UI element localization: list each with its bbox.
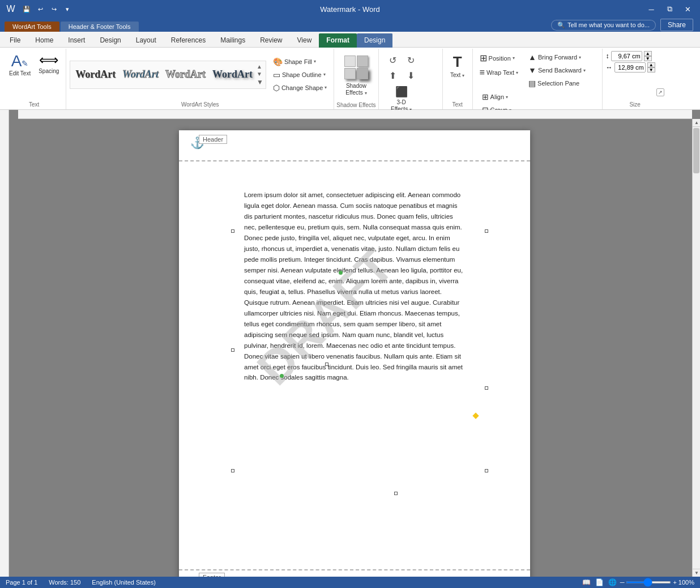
- scroll-up-button[interactable]: ▲: [693, 119, 700, 127]
- size-dialog-launcher[interactable]: ↗: [656, 88, 664, 96]
- gallery-up-icon[interactable]: ▲: [257, 63, 263, 70]
- gallery-arrows[interactable]: ▲ ▼ ▼: [257, 63, 263, 86]
- width-spin[interactable]: ▲ ▼: [647, 62, 655, 73]
- align-arrow[interactable]: ▾: [506, 95, 508, 100]
- width-input-row: ↔ ▲ ▼: [606, 62, 655, 73]
- scroll-thumb[interactable]: [693, 128, 699, 173]
- selection-handle-bl[interactable]: [231, 469, 234, 472]
- bring-forward-arrow[interactable]: ▾: [579, 55, 581, 60]
- restore-btn[interactable]: ⧉: [661, 1, 677, 17]
- bring-forward-label: Bring Forward: [538, 54, 577, 61]
- close-btn[interactable]: ✕: [680, 1, 695, 17]
- text-direction-button[interactable]: T Text ▾: [446, 51, 469, 81]
- 3d-tilt-up-button[interactable]: ⬆: [385, 69, 402, 83]
- selection-handle-br[interactable]: [485, 469, 488, 472]
- width-up-btn[interactable]: ▲: [647, 62, 655, 67]
- selection-handle-tm[interactable]: [325, 363, 328, 366]
- undo-btn[interactable]: ↩: [34, 3, 46, 15]
- change-shape-button[interactable]: ⬡ Change Shape ▾: [270, 82, 330, 94]
- 3d-rotate-left-button[interactable]: ↺: [385, 53, 402, 67]
- spacing-button[interactable]: ⟺ Spacing: [35, 51, 62, 77]
- bring-forward-button[interactable]: ▲ Bring Forward ▾: [525, 51, 589, 63]
- wordart-style-2[interactable]: WordArt: [119, 67, 161, 82]
- position-wrap-group: ⊞ Position ▾ ≡ Wrap Text ▾: [476, 51, 522, 79]
- tab-references[interactable]: References: [164, 33, 213, 48]
- customize-btn[interactable]: ▾: [61, 3, 74, 15]
- green-handle-2[interactable]: [280, 374, 284, 378]
- selection-pane-button[interactable]: ▤ Selection Pane: [525, 77, 589, 90]
- scroll-down-button[interactable]: ▼: [693, 569, 700, 577]
- forward-backward-group: ▲ Bring Forward ▾ ▼ Send Backward ▾ ▤ Se…: [525, 51, 589, 90]
- diamond-handle[interactable]: [472, 412, 479, 419]
- shadow-effects-button[interactable]: ShadowEffects ▾: [339, 51, 374, 99]
- header-label: Header: [199, 135, 227, 144]
- selection-handle-tl[interactable]: [231, 229, 234, 233]
- tab-home[interactable]: Home: [28, 33, 61, 48]
- zoom-slider[interactable]: ─ + 100%: [620, 579, 694, 586]
- shape-fill-arrow[interactable]: ▾: [314, 59, 316, 64]
- tab-insert[interactable]: Insert: [61, 33, 92, 48]
- shape-outline-icon: ▭: [273, 70, 280, 79]
- shape-outline-button[interactable]: ▭ Shape Outline ▾: [270, 69, 330, 81]
- tab-design[interactable]: Design: [92, 33, 128, 48]
- selection-handle-mr[interactable]: [485, 386, 488, 390]
- height-spin[interactable]: ▲ ▼: [644, 51, 652, 61]
- redo-btn[interactable]: ↪: [48, 3, 60, 15]
- tab-layout[interactable]: Layout: [129, 33, 164, 48]
- send-backward-button[interactable]: ▼ Send Backward ▾: [525, 64, 589, 76]
- width-down-btn[interactable]: ▼: [647, 67, 655, 73]
- hf-tools-label: Header & Footer Tools: [61, 22, 139, 32]
- tab-review[interactable]: Review: [253, 33, 289, 48]
- selection-handle-tr[interactable]: [485, 229, 488, 233]
- 3d-tilt-down-button[interactable]: ⬇: [403, 69, 420, 83]
- edit-text-button[interactable]: A✎ Edit Text: [6, 51, 34, 79]
- gallery-more-icon[interactable]: ▼: [257, 78, 263, 86]
- position-button[interactable]: ⊞ Position ▾: [476, 51, 522, 65]
- ribbon-tab-bar: File Home Insert Design Layout Reference…: [0, 32, 700, 48]
- position-arrow[interactable]: ▾: [513, 56, 515, 61]
- shape-outline-arrow[interactable]: ▾: [323, 72, 326, 77]
- document-area[interactable]: ⚓ Header DRAFT Lo: [9, 110, 700, 577]
- bring-forward-icon: ▲: [528, 53, 536, 62]
- tab-format[interactable]: Format: [319, 33, 357, 48]
- 3d-rotate-right-button[interactable]: ↻: [403, 53, 420, 67]
- wordart-gallery: WordArt WordArt WordArt WordArt ▲ ▼ ▼: [70, 61, 266, 89]
- save-btn[interactable]: 💾: [20, 3, 33, 15]
- tab-design-hf[interactable]: Design: [357, 33, 392, 48]
- height-input[interactable]: [611, 51, 642, 61]
- change-shape-arrow[interactable]: ▾: [325, 85, 327, 90]
- print-layout-btn[interactable]: 📄: [594, 577, 605, 587]
- align-button[interactable]: ⊞ Align ▾: [479, 91, 516, 103]
- height-up-btn[interactable]: ▲: [644, 51, 652, 56]
- selection-handle-ml[interactable]: [231, 348, 234, 352]
- tab-view[interactable]: View: [290, 33, 319, 48]
- minimize-btn[interactable]: ─: [643, 1, 659, 17]
- height-down-btn[interactable]: ▼: [644, 56, 652, 61]
- wrap-text-button[interactable]: ≡ Wrap Text ▾: [476, 66, 522, 79]
- wordart-style-4[interactable]: WordArt: [210, 67, 255, 82]
- wordart-style-1[interactable]: WordArt: [72, 67, 118, 82]
- shape-fill-button[interactable]: 🎨 Shape Fill ▾: [270, 56, 330, 68]
- gallery-down-icon[interactable]: ▼: [257, 71, 263, 77]
- wordart-style-3[interactable]: WordArt: [163, 67, 208, 82]
- share-button[interactable]: Share: [660, 19, 693, 31]
- web-layout-btn[interactable]: 🌐: [607, 577, 618, 587]
- send-backward-arrow[interactable]: ▾: [583, 68, 586, 73]
- group-shadow-effects: ShadowEffects ▾ Shadow Effects: [334, 49, 378, 109]
- width-input[interactable]: [614, 62, 646, 73]
- wordart-preview-2: WordArt: [122, 69, 159, 80]
- shadow-effects-label: ShadowEffects ▾: [345, 83, 366, 96]
- footer-label: Footer: [199, 573, 225, 577]
- vertical-scrollbar: ▲ ▼: [692, 119, 700, 577]
- help-search-btn[interactable]: 🔍 Tell me what you want to do...: [551, 20, 656, 31]
- tab-mailings[interactable]: Mailings: [213, 33, 253, 48]
- align-label: Align: [490, 93, 504, 100]
- read-mode-btn[interactable]: 📖: [581, 577, 592, 587]
- selection-handle-bm[interactable]: [394, 492, 398, 495]
- text-direction-icon: T: [453, 53, 462, 71]
- window-title: Watermark - Word: [320, 5, 379, 14]
- tab-file[interactable]: File: [2, 33, 28, 48]
- zoom-range[interactable]: [626, 581, 671, 583]
- wrap-text-arrow[interactable]: ▾: [516, 70, 518, 75]
- green-handle[interactable]: [339, 271, 343, 275]
